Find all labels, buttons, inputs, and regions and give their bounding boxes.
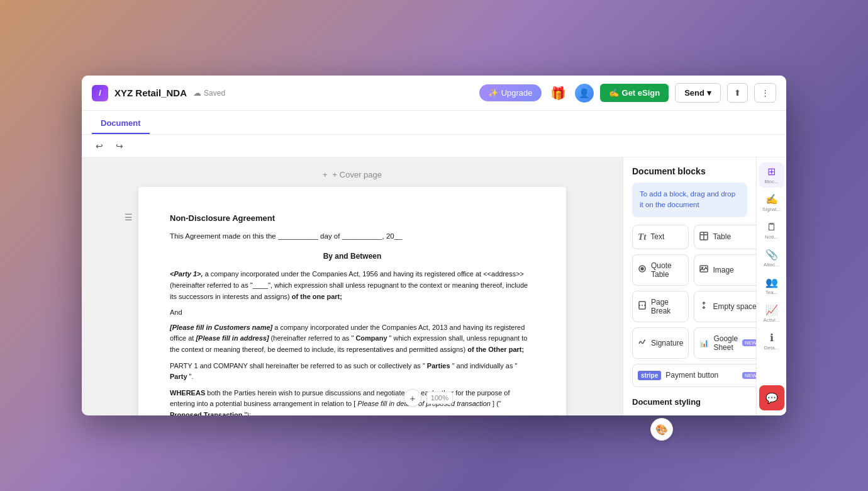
redo-icon: ↪ [116, 141, 123, 151]
upgrade-label: Upgrade [501, 88, 533, 98]
quote-table-icon [638, 264, 647, 275]
share-button[interactable]: ⬆ [727, 83, 748, 103]
svg-point-4 [641, 268, 643, 270]
more-icon: ⋮ [761, 88, 769, 98]
block-payment-button[interactable]: stripe Payment button NEW [632, 364, 756, 387]
notes-icon: 🗒 [767, 222, 777, 233]
payment-badge: NEW [742, 372, 756, 379]
google-sheet-icon: 📊 [699, 339, 709, 347]
doc-styling-title: Document styling [632, 397, 747, 407]
blocks-title: Document blocks [632, 166, 747, 176]
doc-heading: Non-Disclosure Agreement [170, 212, 535, 225]
party-text: ". [189, 373, 194, 380]
user-icon: 👤 [579, 88, 589, 98]
party1-para: <Party 1>, a company incorporated under … [170, 269, 535, 302]
blocks-icon: ⊞ [767, 166, 776, 178]
share-icon: ⬆ [734, 88, 741, 98]
party3-para: PARTY 1 and COMPANY shall hereinafter be… [170, 361, 535, 383]
quote-table-label: Quote Table [651, 261, 683, 279]
page-break-icon [638, 301, 647, 312]
by-between-title: By and Between [170, 251, 535, 262]
block-google-sheet[interactable]: 📊 Google Sheet NEW [694, 327, 756, 359]
doc-title: XYZ Retail_NDA [114, 87, 187, 98]
send-label: Send [684, 88, 704, 98]
party-bold: Party [170, 373, 187, 380]
payment-button-label: Payment button [665, 371, 718, 380]
redo-button[interactable]: ↪ [112, 138, 127, 154]
undo-button[interactable]: ↩ [92, 138, 107, 154]
add-cover-page-button[interactable]: + + Cover page [323, 170, 382, 179]
upgrade-button[interactable]: ✨ Upgrade [479, 84, 542, 101]
block-image[interactable]: Image [694, 254, 756, 286]
party2-text2: (hereinafter referred to as " [271, 334, 354, 342]
add-block-button[interactable]: + [404, 389, 421, 407]
proposed-end2: "); [245, 411, 252, 415]
block-signature[interactable]: Signature [632, 327, 689, 359]
block-empty-space[interactable]: Empty space [694, 291, 756, 322]
plus-icon: + [409, 393, 415, 404]
details-icon: ℹ [770, 332, 774, 344]
company-bold: Company [355, 334, 387, 342]
header: / XYZ Retail_NDA ☁ Saved ✨ Upgrade 🎁 👤 ✍… [82, 76, 786, 111]
icon-bar-blocks[interactable]: ⊞ Bloc... [759, 162, 784, 188]
tab-document[interactable]: Document [92, 113, 150, 134]
plus-icon: + [323, 170, 328, 179]
google-sheet-badge: NEW [742, 339, 756, 346]
toolbar: ↩ ↪ [82, 135, 786, 157]
icon-bar-notes[interactable]: 🗒 Noti... [759, 218, 784, 243]
whereas-para: WHEREAS both the Parties herein wish to … [170, 388, 535, 415]
team-icon: 👥 [765, 276, 778, 288]
hint-box: To add a block, drag and drop it on the … [632, 183, 747, 217]
sparkle-icon: ✨ [488, 88, 498, 98]
text-block-icon: Tt [638, 232, 646, 242]
and-text: And [170, 307, 535, 319]
icon-bar-activity[interactable]: 📈 Activi... [759, 301, 784, 326]
more-button[interactable]: ⋮ [754, 83, 776, 103]
zoom-indicator: 100% [426, 392, 453, 404]
image-block-icon [699, 264, 708, 275]
empty-space-label: Empty space [713, 302, 756, 311]
undo-icon: ↩ [96, 141, 103, 151]
block-quote-table[interactable]: Quote Table [632, 254, 689, 286]
send-button[interactable]: Send ▾ [675, 83, 721, 103]
icon-bar-signature[interactable]: ✍ Signat... [759, 190, 784, 215]
block-text[interactable]: Tt Text [632, 225, 689, 249]
party2-para: [Please fill in Customers name] a compan… [170, 322, 535, 356]
empty-space-icon [699, 301, 708, 312]
activity-icon: 📈 [765, 304, 778, 316]
doc-toc-icon[interactable]: ☰ [125, 212, 133, 222]
gift-button[interactable]: 🎁 [548, 83, 569, 103]
block-page-break[interactable]: Page Break [632, 291, 689, 322]
text-block-label: Text [650, 232, 664, 241]
signature-block-icon [638, 337, 647, 348]
logo-icon: / [92, 85, 108, 101]
party2-name: [Please fill in Customers name] [170, 324, 272, 331]
icon-bar-chat[interactable]: 💬 [759, 385, 784, 410]
cloud-icon: ☁ [193, 88, 201, 98]
attachments-icon: 📎 [765, 249, 778, 261]
address-bold: [Please fill in address] [196, 334, 269, 342]
doc-date-line: This Agreement made on this the ________… [170, 230, 535, 242]
page-break-label: Page Break [651, 298, 683, 315]
image-block-label: Image [713, 266, 733, 274]
tab-bar: Document [82, 111, 786, 135]
parties-text: " and individually as " [452, 362, 518, 370]
icon-bar-attachments[interactable]: 📎 Attac... [759, 246, 784, 271]
avatar-button[interactable]: 👤 [575, 84, 594, 103]
get-esign-button[interactable]: ✍ Get eSign [600, 84, 669, 102]
main-area: + + Cover page ☰ Non-Disclosure Agreemen… [82, 157, 786, 415]
proposed-end: ] (" [492, 400, 501, 407]
icon-bar-team[interactable]: 👥 Tea... [759, 273, 784, 298]
blocks-grid: Tt Text Table [632, 225, 747, 387]
app-window: / XYZ Retail_NDA ☁ Saved ✨ Upgrade 🎁 👤 ✍… [82, 76, 786, 415]
chevron-down-icon: ▾ [707, 88, 711, 98]
block-table[interactable]: Table [694, 225, 756, 249]
icon-bar-details[interactable]: ℹ Deta... [759, 329, 784, 354]
proposed-bold: Proposed Transaction [170, 411, 243, 415]
get-esign-label: Get eSign [622, 88, 660, 98]
cover-page-styling: 📄 Cover page [632, 413, 747, 416]
parties-bold: Parties [427, 362, 450, 370]
saved-label: Saved [204, 89, 225, 98]
esign-icon: ✍ [609, 88, 619, 98]
right-sidebar: Document blocks To add a block, drag and… [623, 157, 786, 415]
